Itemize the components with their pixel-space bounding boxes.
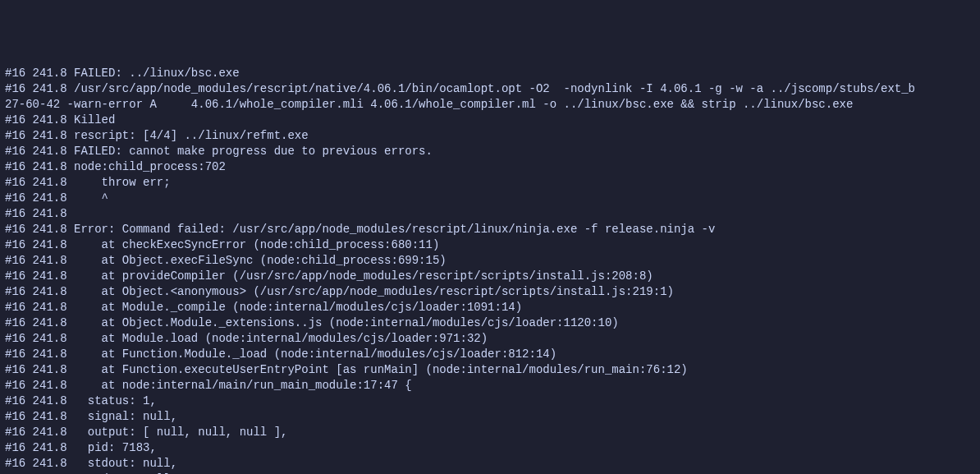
log-line: #16 241.8 at node:internal/main/run_main… — [5, 378, 975, 393]
log-line: #16 241.8 FAILED: cannot make progress d… — [5, 144, 975, 159]
log-line: #16 241.8 node:child_process:702 — [5, 159, 975, 175]
log-line: #16 241.8 /usr/src/app/node_modules/resc… — [5, 81, 975, 97]
log-line: #16 241.8 at Object.execFileSync (node:c… — [5, 253, 975, 269]
log-line: 27-60-42 -warn-error A 4.06.1/whole_comp… — [5, 97, 975, 113]
log-line: #16 241.8 at Module._compile (node:inter… — [5, 300, 975, 315]
log-line: #16 241.8 rescript: [4/4] ../linux/refmt… — [5, 128, 975, 144]
log-line: #16 241.8 output: [ null, null, null ], — [5, 425, 975, 440]
log-line: #16 241.8 at Function.executeUserEntryPo… — [5, 362, 975, 378]
log-line: #16 241.8 at provideCompiler (/usr/src/a… — [5, 269, 975, 284]
log-line: #16 241.8 ^ — [5, 191, 975, 206]
log-line: #16 241.8 stdout: null, — [5, 456, 975, 472]
log-line: #16 241.8 at Function.Module._load (node… — [5, 347, 975, 362]
log-line: #16 241.8 at Object.<anonymous> (/usr/sr… — [5, 284, 975, 300]
log-line: #16 241.8 throw err; — [5, 175, 975, 191]
log-line: #16 241.8 pid: 7183, — [5, 440, 975, 456]
log-line: #16 241.8 status: 1, — [5, 393, 975, 409]
log-line: #16 241.8 Killed — [5, 113, 975, 128]
log-line: #16 241.8 at checkExecSyncError (node:ch… — [5, 237, 975, 253]
log-line: #16 241.8 signal: null, — [5, 409, 975, 425]
log-line: #16 241.8 — [5, 206, 975, 222]
terminal-output: #16 241.8 FAILED: ../linux/bsc.exe#16 24… — [5, 66, 975, 474]
log-line: #16 241.8 at Object.Module._extensions..… — [5, 315, 975, 331]
log-line: #16 241.8 Error: Command failed: /usr/sr… — [5, 222, 975, 237]
log-line: #16 241.8 FAILED: ../linux/bsc.exe — [5, 66, 975, 81]
log-line: #16 241.8 at Module.load (node:internal/… — [5, 331, 975, 347]
